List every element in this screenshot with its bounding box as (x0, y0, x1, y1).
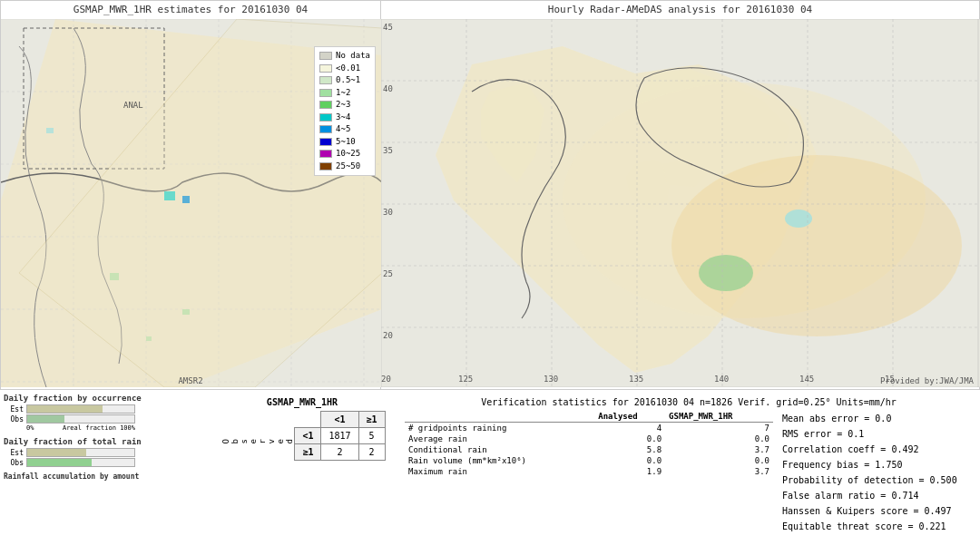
legend-label-5-10: 5~10 (336, 136, 356, 149)
stat-mean-abs: Mean abs error = 0.0 (782, 411, 973, 426)
contingency-wrapper: Observed <1 ≥1 <1 1817 5 (219, 411, 385, 461)
obs-rain-bar-fill (27, 459, 92, 466)
daily-fraction-chart: Est Obs 0% Areal fraction 100% (4, 404, 203, 432)
legend-item-5-10: 5~10 (319, 136, 370, 149)
bar-axis: 0% Areal fraction 100% (26, 424, 135, 432)
table-row: ≥1 2 2 (295, 444, 385, 461)
svg-point-29 (699, 255, 753, 291)
contingency-section: GSMAP_MWR_1HR Observed <1 ≥1 <1 1 (207, 394, 397, 551)
row-header-lt1: <1 (295, 428, 321, 444)
legend-label-05-1: 0.5~1 (336, 74, 360, 87)
stat-equitable: Equitable threat score = 0.221 (782, 519, 973, 534)
verif-gsmap-volume: 0.0 (665, 455, 773, 466)
legend-item-001: <0.01 (319, 63, 370, 75)
legend-item-2-3: 2~3 (319, 99, 370, 112)
est-label: Est (4, 405, 24, 414)
legend-label-001: <0.01 (336, 63, 360, 75)
verif-gsmap-avg: 0.0 (665, 433, 773, 444)
verif-row-cond: Conditional rain 5.8 3.7 (405, 444, 773, 455)
legend-item-25-50: 25~50 (319, 161, 370, 173)
verif-analysed-cond: 5.8 (594, 444, 665, 455)
row-header-gte1: ≥1 (295, 444, 321, 461)
svg-text:20: 20 (383, 331, 393, 340)
right-map-svg: 45 40 35 30 25 20 20 125 130 135 140 145… (381, 19, 980, 387)
amsr2-label: AMSR2 (178, 376, 202, 385)
legend-color-4-5 (319, 125, 332, 133)
est-rain-label: Est (4, 449, 24, 457)
obs-bar-fill (27, 415, 64, 423)
axis-0: 0% (26, 424, 34, 432)
cell-5: 5 (358, 428, 385, 444)
corner-cell (295, 412, 321, 428)
cell-2: 2 (321, 444, 358, 461)
legend-color-5-10 (319, 138, 332, 146)
right-map-area: 45 40 35 30 25 20 20 125 130 135 140 145… (381, 19, 979, 389)
verif-col-metric (405, 411, 594, 423)
verif-gsmap-max: 3.7 (665, 466, 773, 477)
svg-text:20: 20 (381, 375, 391, 384)
legend-label-10-25: 10~25 (336, 148, 360, 161)
daily-rain-chart: Est Obs (4, 448, 203, 467)
verif-col-analysed: Analysed (594, 411, 665, 423)
verif-metric-cond: Conditional rain (405, 444, 594, 455)
obs-vertical-label: Observed (219, 438, 294, 443)
stat-false-alarm: False alarm ratio = 0.714 (782, 488, 973, 503)
stat-hanssen: Hanssen & Kuipers score = 0.497 (782, 503, 973, 519)
legend-color-001 (319, 64, 332, 73)
verif-header-row: Analysed GSMAP_MWR_1HR (405, 411, 773, 423)
obs-bar-row: Obs (4, 414, 203, 424)
svg-text:140: 140 (714, 375, 729, 384)
legend-color-25-50 (319, 162, 332, 170)
verif-analysed-gridpoints: 4 (594, 423, 665, 434)
verification-section: Verification statistics for 20161030 04 … (401, 394, 976, 551)
obs-rain-label: Obs (4, 459, 24, 467)
legend-color-10-25 (319, 150, 332, 158)
stat-freq-bias: Frequency bias = 1.750 (782, 457, 973, 472)
stat-pod: Probability of detection = 0.500 (782, 472, 973, 488)
col-header-gte1: ≥1 (358, 412, 385, 428)
bottom-row: Daily fraction by occurrence Est Obs 0% (0, 390, 980, 555)
left-map-title: GSMAP_MWR_1HR estimates for 20161030 04 (1, 1, 380, 18)
rainfall-title: Rainfall accumulation by amount (4, 472, 203, 481)
provided-label: Provided by:JWA/JMA (880, 376, 974, 385)
legend-item-4-5: 4~5 (319, 123, 370, 136)
legend-label-3-4: 3~4 (336, 112, 350, 124)
right-map-panel: Hourly Radar-AMeDAS analysis for 2016103… (381, 0, 980, 390)
cell-2b: 2 (358, 444, 385, 461)
legend-item-1-2: 1~2 (319, 87, 370, 100)
top-row: GSMAP_MWR_1HR estimates for 20161030 04 (0, 0, 980, 390)
verif-gsmap-cond: 3.7 (665, 444, 773, 455)
legend-color-2-3 (319, 101, 332, 109)
verif-col-gsmap: GSMAP_MWR_1HR (665, 411, 773, 423)
obs-label: Obs (4, 415, 24, 424)
daily-rain-title: Daily fraction of total rain (4, 437, 203, 446)
left-map-panel: GSMAP_MWR_1HR estimates for 20161030 04 (0, 0, 381, 390)
verif-analysed-avg: 0.0 (594, 433, 665, 444)
table-row: <1 1817 5 (295, 428, 385, 444)
verif-row-volume: Rain volume (mm*km²x10⁶) 0.0 0.0 (405, 455, 773, 466)
anal-label: ANAL (123, 101, 143, 110)
verif-row-max: Maximum rain 1.9 3.7 (405, 466, 773, 477)
est-bar-track (26, 404, 135, 414)
legend-color-3-4 (319, 113, 332, 122)
stat-rms: RMS error = 0.1 (782, 426, 973, 442)
svg-text:40: 40 (383, 84, 393, 93)
verif-row-gridpoints: # gridpoints raining 4 7 (405, 423, 773, 434)
verif-stats-right: Mean abs error = 0.0 RMS error = 0.1 Cor… (782, 411, 973, 534)
legend-item-05-1: 0.5~1 (319, 74, 370, 87)
legend-label-2-3: 2~3 (336, 99, 350, 112)
svg-rect-13 (46, 128, 54, 133)
est-rain-bar-track (26, 448, 135, 457)
verif-content: Analysed GSMAP_MWR_1HR # gridpoints rain… (405, 411, 973, 534)
obs-rain-bar-track (26, 458, 135, 467)
legend-color-05-1 (319, 76, 332, 84)
est-rain-bar-fill (27, 449, 86, 456)
svg-text:25: 25 (383, 269, 393, 278)
legend-item-10-25: 10~25 (319, 148, 370, 161)
left-map-area: ANAL AMSR2 No data <0.01 0.5~1 (1, 19, 380, 389)
verif-gsmap-gridpoints: 7 (665, 423, 773, 434)
legend-color-nodata (319, 52, 332, 60)
contingency-title: GSMAP_MWR_1HR (267, 397, 338, 407)
verif-metric-max: Maximum rain (405, 466, 594, 477)
est-bar-fill (27, 405, 103, 413)
